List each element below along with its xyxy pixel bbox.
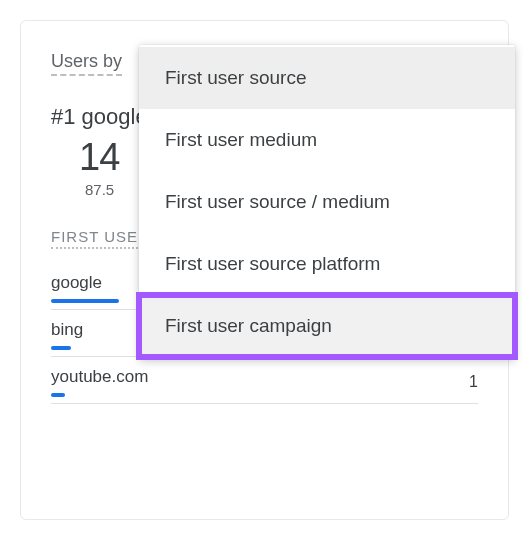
dropdown-item-first-user-source-medium[interactable]: First user source / medium (139, 171, 515, 233)
users-by-title: Users by (51, 51, 122, 76)
row-label: youtube.com (51, 367, 148, 386)
spark-bar (51, 393, 65, 397)
dropdown-item-first-user-source[interactable]: First user source (139, 47, 515, 109)
dimension-dropdown: First user source First user medium Firs… (139, 45, 515, 359)
analytics-card: Users by #1 google 14 87.5 FIRST USER go… (20, 20, 509, 520)
row-label: bing (51, 320, 83, 339)
row-label: google (51, 273, 102, 292)
dropdown-item-first-user-campaign[interactable]: First user campaign (139, 295, 515, 357)
dropdown-item-first-user-source-platform[interactable]: First user source platform (139, 233, 515, 295)
column-header: FIRST USER (51, 228, 150, 249)
row-left: google (51, 273, 119, 303)
table-row[interactable]: youtube.com 1 (51, 357, 478, 404)
row-value: 1 (469, 373, 478, 391)
spark-bar (51, 346, 71, 350)
row-left: youtube.com (51, 367, 148, 397)
spark-bar (51, 299, 119, 303)
row-left: bing (51, 320, 83, 350)
dropdown-item-first-user-medium[interactable]: First user medium (139, 109, 515, 171)
